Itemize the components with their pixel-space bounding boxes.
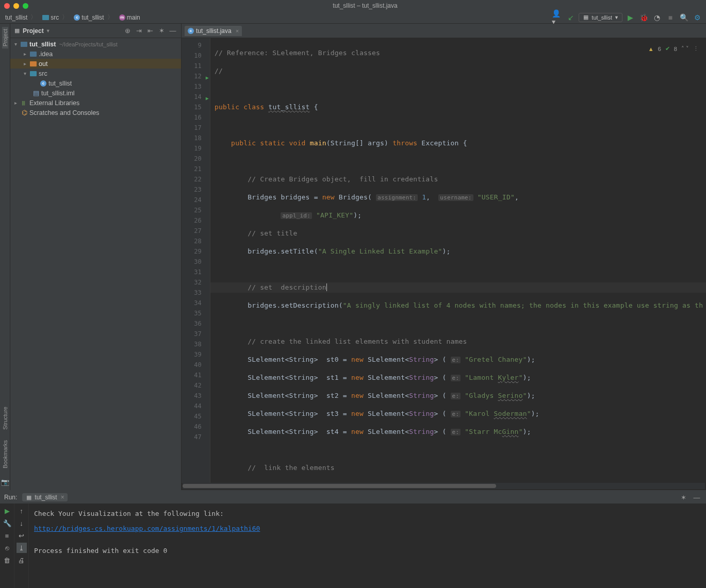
project-panel-header: ▦ Project ▼ ⊕ ⇥ ⇤ ✶ — <box>10 24 181 38</box>
wrench-icon[interactable]: 🔧 <box>2 518 12 528</box>
editor-tabbar: c tut_sllist.java × <box>182 24 706 38</box>
folder-icon <box>42 15 49 20</box>
window-title: tut_sllist – tut_sllist.java <box>28 2 702 9</box>
run-title: Run: <box>4 494 17 501</box>
class-icon: c <box>40 80 46 87</box>
build-icon[interactable]: ↙ <box>565 12 577 23</box>
editor-gutter[interactable]: 91011 12▶ 13 14▶ 15161718 19202122 23242… <box>182 38 210 483</box>
breadcrumb-src[interactable]: src〉 <box>40 12 72 22</box>
exit-icon[interactable]: ⎋ <box>2 543 12 553</box>
scratch-icon: ⌬ <box>22 109 27 116</box>
tree-src[interactable]: ▾src <box>10 69 181 78</box>
select-opened-file-icon[interactable]: ⊕ <box>122 26 133 36</box>
tree-class[interactable]: ctut_sllist <box>10 78 181 88</box>
ide-settings-icon[interactable]: ⚙ <box>692 12 703 23</box>
console-output[interactable]: Check Your Visualization at the followin… <box>29 503 706 588</box>
run-tool-window: Run: ▦ tut_sllist × ✶ — ▶ 🔧 ■ ⎋ 🗑 ↑ ↓ ↩ … <box>0 490 706 588</box>
project-icon: ▦ <box>13 27 21 35</box>
run-tab[interactable]: ▦ tut_sllist × <box>22 493 67 501</box>
app-icon: ▦ <box>25 494 32 501</box>
run-toolbar-secondary: ↑ ↓ ↩ ⤓ 🖨 <box>14 503 29 588</box>
stop-button[interactable]: ■ <box>665 12 676 23</box>
app-icon: ▦ <box>582 14 589 21</box>
tree-out[interactable]: ▸out <box>10 59 181 69</box>
editor-horizontal-scrollbar[interactable] <box>183 483 705 489</box>
console-line: Process finished with exit code 0 <box>34 547 701 555</box>
collapse-all-icon[interactable]: ⇤ <box>145 26 155 36</box>
breadcrumb-class[interactable]: c tut_sllist〉 <box>72 12 117 22</box>
run-button[interactable]: ▶ <box>625 12 636 23</box>
settings-icon[interactable]: ✶ <box>678 492 688 502</box>
navigation-bar: tut_sllist〉 src〉 c tut_sllist〉 m main 👤▾… <box>0 11 706 24</box>
editor-area: c tut_sllist.java × ▲6 ✔8 ˄ ˅ ⋮ 91011 12… <box>182 24 706 490</box>
tree-extlib[interactable]: ▸⫼External Libraries <box>10 98 181 108</box>
close-window[interactable] <box>4 3 10 9</box>
rerun-icon[interactable]: ▶ <box>2 506 12 516</box>
breadcrumb-project[interactable]: tut_sllist〉 <box>3 12 40 22</box>
tree-scratch[interactable]: ⌬Scratches and Consoles <box>10 108 181 117</box>
tool-bookmarks[interactable]: Bookmarks <box>2 438 8 471</box>
camera-icon[interactable]: 📷 <box>0 477 10 487</box>
class-icon: c <box>74 14 80 21</box>
editor-body[interactable]: 91011 12▶ 13 14▶ 15161718 19202122 23242… <box>182 38 706 483</box>
library-icon: ⫼ <box>21 99 27 107</box>
print-icon[interactable]: 🖨 <box>17 555 27 565</box>
breadcrumb-method[interactable]: m main <box>117 13 142 22</box>
run-toolbar-primary: ▶ 🔧 ■ ⎋ 🗑 <box>0 503 14 588</box>
left-tool-rail: Project Structure Bookmarks 📷 <box>0 24 10 490</box>
user-icon[interactable]: 👤▾ <box>552 12 563 23</box>
chevron-down-icon: ▼ <box>614 15 619 20</box>
more-icon[interactable]: ⋮ <box>693 45 699 52</box>
tool-project[interactable]: Project <box>2 27 8 48</box>
chevron-down-icon[interactable]: ▼ <box>46 28 51 33</box>
titlebar: tut_sllist – tut_sllist.java <box>0 0 706 11</box>
stop-icon[interactable]: ■ <box>2 530 12 541</box>
tree-iml[interactable]: ▤tut_sllist.iml <box>10 88 181 98</box>
run-header: Run: ▦ tut_sllist × ✶ — <box>0 491 706 503</box>
close-icon[interactable]: × <box>61 494 64 501</box>
coverage-button[interactable]: ◔ <box>651 12 663 23</box>
minimize-window[interactable] <box>13 3 19 9</box>
close-tab-icon[interactable]: × <box>236 28 239 34</box>
iml-icon: ▤ <box>33 89 39 97</box>
search-icon[interactable]: 🔍 <box>678 12 689 23</box>
scroll-end-icon[interactable]: ⤓ <box>17 543 27 553</box>
settings-icon[interactable]: ✶ <box>156 26 167 36</box>
project-tree[interactable]: ▾ tut_sllist ~/IdeaProjects/tut_sllist ▸… <box>10 38 181 490</box>
run-config-selector[interactable]: ▦ tut_sllist ▼ <box>579 13 622 22</box>
trash-icon[interactable]: 🗑 <box>2 555 12 565</box>
code-area[interactable]: // Reference: SLelement, Bridges classes… <box>210 38 706 483</box>
soft-wrap-icon[interactable]: ↩ <box>17 530 27 541</box>
chevron-updown-icon[interactable]: ˄ ˅ <box>681 45 689 52</box>
editor-inspection-status[interactable]: ▲6 ✔8 ˄ ˅ ⋮ <box>648 45 699 52</box>
project-panel-title: Project <box>23 27 44 35</box>
window-traffic-lights <box>4 3 28 9</box>
project-panel: ▦ Project ▼ ⊕ ⇥ ⇤ ✶ — ▾ tut_sllist ~/Ide… <box>10 24 182 490</box>
editor-tab[interactable]: c tut_sllist.java × <box>185 26 242 36</box>
up-icon[interactable]: ↑ <box>17 506 27 516</box>
warning-icon: ▲ <box>648 46 654 52</box>
hide-panel-icon[interactable]: — <box>168 26 178 36</box>
console-line: Check Your Visualization at the followin… <box>34 510 701 517</box>
hide-panel-icon[interactable]: — <box>692 492 702 502</box>
down-icon[interactable]: ↓ <box>17 518 27 528</box>
debug-button[interactable]: 🐞 <box>638 12 649 23</box>
console-link[interactable]: http://bridges-cs.herokuapp.com/assignme… <box>34 525 260 532</box>
method-icon: m <box>119 14 125 21</box>
tree-root[interactable]: ▾ tut_sllist ~/IdeaProjects/tut_sllist <box>10 39 181 49</box>
tree-idea[interactable]: ▸.idea <box>10 49 181 59</box>
expand-all-icon[interactable]: ⇥ <box>134 26 144 36</box>
check-icon: ✔ <box>665 45 670 52</box>
zoom-window[interactable] <box>23 3 28 9</box>
tool-structure[interactable]: Structure <box>2 405 8 432</box>
class-icon: c <box>188 28 194 34</box>
